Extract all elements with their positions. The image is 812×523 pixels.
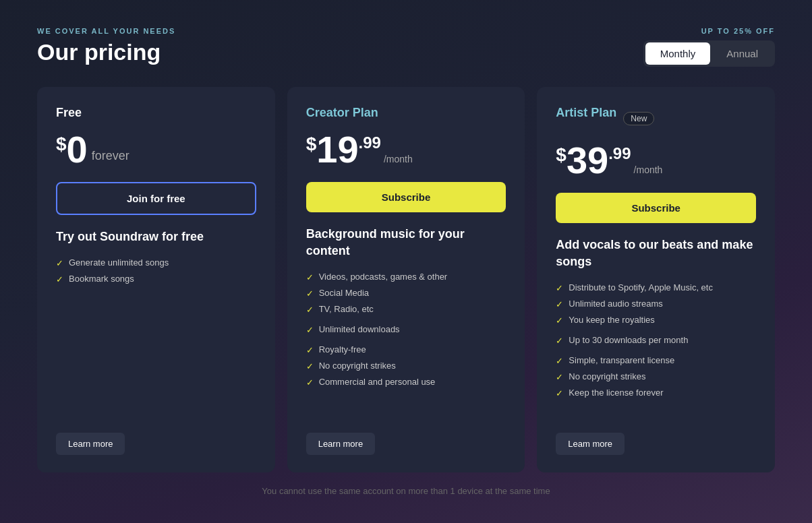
- artist-cta-button[interactable]: Subscribe: [556, 193, 756, 223]
- annual-toggle-button[interactable]: Annual: [712, 42, 773, 65]
- artist-price-row: $ 39 .99 /month: [556, 142, 756, 179]
- free-features-list: ✓ Generate unlimited songs ✓ Bookmark so…: [56, 255, 256, 421]
- header: WE COVER ALL YOUR NEEDS Our pricing UP T…: [37, 27, 775, 67]
- page-wrapper: WE COVER ALL YOUR NEEDS Our pricing UP T…: [0, 0, 812, 523]
- free-plan-card: Free $ 0 forever Join for free Try out S…: [37, 87, 275, 472]
- artist-plan-card: Artist Plan New $ 39 .99 /month Subscrib…: [537, 87, 775, 472]
- list-item: ✓ Simple, transparent license: [556, 348, 756, 369]
- creator-features-list: ✓ Videos, podcasts, games & other ✓ Soci…: [306, 269, 506, 421]
- free-price-suffix: forever: [92, 149, 129, 163]
- creator-price-symbol: $: [306, 135, 317, 154]
- artist-price-symbol: $: [556, 146, 567, 164]
- list-item: ✓ Commercial and personal use: [306, 374, 506, 390]
- creator-cta-button[interactable]: Subscribe: [306, 182, 506, 212]
- pricing-cards-container: Free $ 0 forever Join for free Try out S…: [37, 87, 775, 472]
- check-icon: ✓: [556, 372, 563, 382]
- check-icon: ✓: [306, 345, 314, 355]
- creator-price-decimal: .99: [359, 135, 381, 151]
- discount-badge: UP TO 25% OFF: [701, 27, 775, 35]
- list-item: ✓ Keep the license forever: [556, 385, 756, 401]
- free-learn-more-button[interactable]: Learn more: [56, 433, 125, 455]
- check-icon: ✓: [556, 315, 563, 326]
- header-right: UP TO 25% OFF Monthly Annual: [643, 27, 775, 67]
- check-icon: ✓: [56, 258, 63, 268]
- list-item: ✓ Up to 30 downloads per month: [556, 328, 756, 348]
- free-price-row: $ 0 forever: [56, 131, 256, 168]
- check-icon: ✓: [556, 356, 563, 366]
- list-item: ✓ Bookmark songs: [56, 271, 256, 287]
- artist-price-integer: 39: [567, 142, 608, 179]
- creator-tagline: Background music for your content: [306, 226, 506, 259]
- check-icon: ✓: [306, 272, 314, 282]
- check-icon: ✓: [306, 305, 314, 315]
- artist-learn-more-button[interactable]: Leam more: [556, 433, 625, 455]
- header-left: WE COVER ALL YOUR NEEDS Our pricing: [37, 27, 175, 65]
- artist-tagline: Add vocals to our beats and make songs: [556, 237, 756, 270]
- list-item: ✓ Videos, podcasts, games & other: [306, 269, 506, 285]
- list-item: ✓ Social Media: [306, 285, 506, 301]
- new-badge: New: [623, 112, 654, 125]
- check-icon: ✓: [56, 274, 63, 284]
- free-price-symbol: $: [56, 135, 67, 154]
- check-icon: ✓: [306, 325, 314, 335]
- artist-plan-header-row: Artist Plan New: [556, 106, 756, 131]
- artist-price-suffix: /month: [634, 164, 663, 175]
- creator-price-integer: 19: [316, 131, 358, 168]
- free-plan-name: Free: [56, 106, 256, 120]
- list-item: ✓ You keep the royalties: [556, 312, 756, 328]
- monthly-toggle-button[interactable]: Monthly: [645, 42, 711, 65]
- free-price-integer: 0: [67, 131, 88, 168]
- list-item: ✓ Distribute to Spotify, Apple Music, et…: [556, 280, 756, 296]
- list-item: ✓ No copyright strikes: [556, 369, 756, 385]
- check-icon: ✓: [556, 336, 563, 346]
- check-icon: ✓: [306, 288, 314, 299]
- artist-price-decimal: .99: [608, 146, 631, 162]
- creator-plan-card: Creator Plan $ 19 .99 /month Subscribe B…: [287, 87, 525, 472]
- free-tagline: Try out Soundraw for free: [56, 228, 256, 245]
- billing-toggle: Monthly Annual: [643, 40, 775, 67]
- creator-plan-name: Creator Plan: [306, 106, 506, 120]
- list-item: ✓ Generate unlimited songs: [56, 255, 256, 271]
- check-icon: ✓: [306, 361, 314, 371]
- artist-features-list: ✓ Distribute to Spotify, Apple Music, et…: [556, 280, 756, 421]
- subtitle: WE COVER ALL YOUR NEEDS: [37, 27, 175, 35]
- check-icon: ✓: [306, 377, 314, 388]
- creator-price-suffix: /month: [384, 154, 413, 164]
- list-item: ✓ Royalty-free: [306, 338, 506, 358]
- check-icon: ✓: [556, 299, 563, 309]
- list-item: ✓ Unlimited audio streams: [556, 296, 756, 312]
- creator-learn-more-button[interactable]: Learn more: [306, 433, 375, 455]
- free-cta-button[interactable]: Join for free: [56, 182, 256, 215]
- check-icon: ✓: [556, 283, 563, 293]
- page-title: Our pricing: [37, 39, 175, 65]
- check-icon: ✓: [556, 388, 563, 398]
- list-item: ✓ No copyright strikes: [306, 358, 506, 374]
- artist-plan-name: Artist Plan: [556, 106, 616, 120]
- footer-note: You cannot use the same account on more …: [37, 472, 775, 503]
- list-item: ✓ TV, Radio, etc: [306, 301, 506, 317]
- list-item: ✓ Unlimited downloads: [306, 317, 506, 338]
- creator-price-row: $ 19 .99 /month: [306, 131, 506, 168]
